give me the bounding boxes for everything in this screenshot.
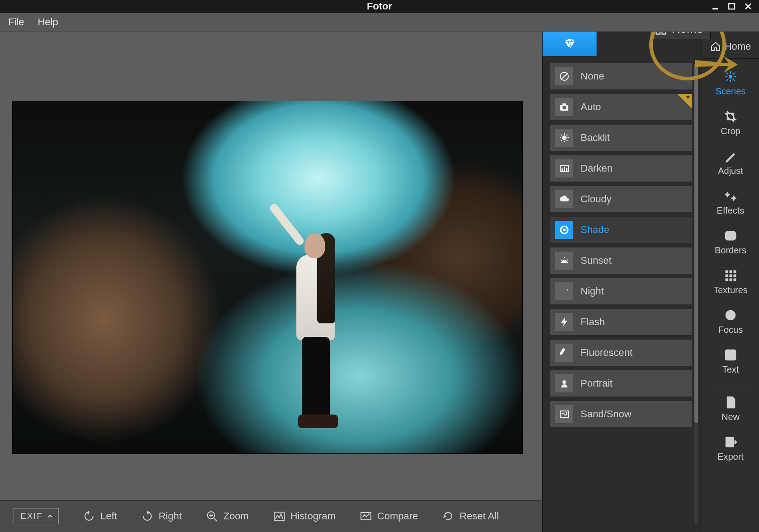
scene-item-shade[interactable]: Shade xyxy=(550,217,692,243)
scene-item-label: Sand/Snow xyxy=(581,408,632,420)
scene-item-night[interactable]: Night xyxy=(550,278,692,304)
svg-point-33 xyxy=(729,313,732,317)
tool-focus[interactable]: Focus xyxy=(702,302,759,341)
scene-item-fluorescent[interactable]: Fluorescent xyxy=(550,340,692,366)
scene-item-backlit[interactable]: Backlit xyxy=(550,125,692,151)
panel-tab-rest: Home xyxy=(597,32,702,56)
scenes-panel: Home NoneAutoBacklitDarkenCloudyShadeSun… xyxy=(543,32,702,532)
photo-subject xyxy=(293,210,342,414)
svg-rect-26 xyxy=(726,275,728,277)
scene-scrollbar[interactable] xyxy=(694,63,698,525)
canvas-viewport[interactable] xyxy=(0,32,542,500)
tool-text[interactable]: T Text xyxy=(702,341,759,381)
night-icon xyxy=(555,282,573,300)
effects-icon xyxy=(724,189,737,203)
scene-item-none[interactable]: None xyxy=(550,63,692,89)
scene-item-label: Shade xyxy=(581,224,609,236)
zoom-button[interactable]: Zoom xyxy=(206,510,248,522)
rotate-left-button[interactable]: Left xyxy=(83,510,117,522)
tool-new[interactable]: New xyxy=(702,389,759,429)
tool-scenes-label: Scenes xyxy=(716,86,746,97)
focus-icon xyxy=(724,308,737,322)
compare-icon xyxy=(360,510,372,522)
svg-rect-29 xyxy=(726,279,728,281)
maximize-icon xyxy=(728,2,736,10)
tool-focus-label: Focus xyxy=(718,325,743,335)
minimize-button[interactable] xyxy=(707,0,724,13)
menu-bar: File Help xyxy=(0,13,759,32)
home-tooltip[interactable]: Home xyxy=(650,32,711,39)
histogram-button[interactable]: Histogram xyxy=(273,510,336,522)
photo-canvas[interactable] xyxy=(13,101,522,453)
minimize-icon xyxy=(712,2,720,10)
scene-scrollbar-thumb[interactable] xyxy=(694,63,698,423)
scene-item-label: Portrait xyxy=(581,378,613,389)
tool-new-label: New xyxy=(722,412,740,422)
tool-export[interactable]: Export xyxy=(702,429,759,468)
flash-icon xyxy=(555,313,573,331)
close-button[interactable] xyxy=(740,0,756,13)
canvas-area: EXIF Left Right Zoom Histogram xyxy=(0,32,542,532)
tool-textures[interactable]: Textures xyxy=(702,262,759,302)
rotate-right-label: Right xyxy=(159,510,182,522)
svg-rect-22 xyxy=(726,232,736,240)
tool-effects[interactable]: Effects xyxy=(702,182,759,222)
sandsnow-icon xyxy=(555,405,573,423)
exif-label: EXIF xyxy=(20,511,43,521)
svg-point-16 xyxy=(563,229,566,231)
reset-all-button[interactable]: Reset All xyxy=(442,510,499,522)
scene-item-label: Flash xyxy=(581,316,605,328)
menu-help[interactable]: Help xyxy=(37,16,58,28)
adjust-icon xyxy=(724,149,737,163)
compare-button[interactable]: Compare xyxy=(360,510,418,522)
tool-adjust[interactable]: Adjust xyxy=(702,143,759,182)
exif-button[interactable]: EXIF xyxy=(14,508,59,524)
scene-item-sunset[interactable]: Sunset xyxy=(550,247,692,274)
svg-point-21 xyxy=(729,75,732,79)
tool-effects-label: Effects xyxy=(717,205,745,216)
panel-tabbar: Home xyxy=(543,32,702,56)
text-icon: T xyxy=(724,348,737,362)
diamond-icon xyxy=(563,37,576,51)
menu-file[interactable]: File xyxy=(8,16,24,28)
tool-export-label: Export xyxy=(717,452,744,462)
none-icon xyxy=(555,67,573,85)
scene-item-sand-snow[interactable]: Sand/Snow xyxy=(550,401,692,427)
scene-item-flash[interactable]: Flash xyxy=(550,309,692,335)
scene-item-cloudy[interactable]: Cloudy xyxy=(550,186,692,212)
textures-icon xyxy=(724,269,737,282)
tool-borders[interactable]: Borders xyxy=(702,222,759,262)
scene-item-auto[interactable]: Auto xyxy=(550,94,692,120)
portrait-icon xyxy=(555,374,573,392)
reset-icon xyxy=(442,510,454,522)
svg-text:T: T xyxy=(728,351,733,359)
home-label: Home xyxy=(725,41,751,52)
premium-tab[interactable] xyxy=(543,32,597,56)
rotate-left-icon xyxy=(83,510,95,522)
svg-rect-31 xyxy=(734,279,736,281)
rotate-left-label: Left xyxy=(100,510,117,522)
tool-scenes[interactable]: Scenes xyxy=(702,63,759,103)
scene-item-label: Night xyxy=(581,285,604,297)
tool-crop[interactable]: Crop xyxy=(702,103,759,143)
reset-all-label: Reset All xyxy=(459,510,499,522)
scene-item-label: Darken xyxy=(581,163,613,174)
svg-rect-17 xyxy=(559,348,565,355)
svg-rect-1 xyxy=(729,4,735,9)
rotate-right-button[interactable]: Right xyxy=(141,510,182,522)
title-bar: Fotor xyxy=(0,0,759,13)
app-window: Fotor File Help xyxy=(0,0,759,532)
shade-icon xyxy=(555,221,573,239)
export-icon xyxy=(724,435,737,449)
tool-strip: Home Scenes Crop Adjust xyxy=(702,32,759,532)
borders-icon xyxy=(724,229,737,243)
svg-point-18 xyxy=(562,380,566,384)
fluorescent-icon xyxy=(555,344,573,362)
svg-point-20 xyxy=(566,412,567,414)
sunset-icon xyxy=(555,252,573,270)
scene-item-portrait[interactable]: Portrait xyxy=(550,370,692,397)
scene-item-darken[interactable]: Darken xyxy=(550,155,692,182)
svg-rect-3 xyxy=(274,512,284,520)
svg-rect-30 xyxy=(730,279,732,281)
maximize-button[interactable] xyxy=(724,0,740,13)
